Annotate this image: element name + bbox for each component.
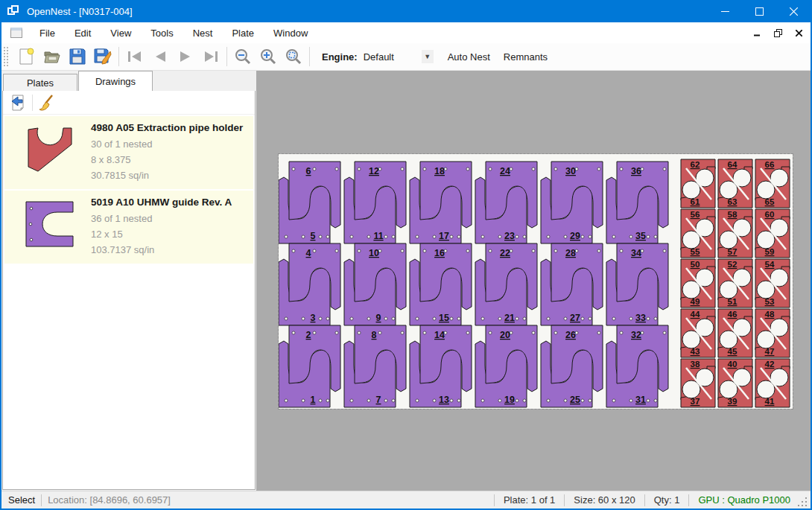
zoom-in-button[interactable] <box>256 45 281 68</box>
status-gpu: GPU : Quadro P1000 <box>695 494 793 506</box>
nest-part-number-50: 50 <box>691 260 700 269</box>
nest-canvas[interactable]: 5611121718232429303536349101516212227283… <box>256 71 811 491</box>
nest-part-number-25: 25 <box>570 395 580 405</box>
mdi-restore-button[interactable] <box>769 25 787 40</box>
nest-part-number-46: 46 <box>728 310 738 319</box>
menu-item-view[interactable]: View <box>101 24 141 42</box>
nest-part-number-12: 12 <box>369 166 379 176</box>
nest-part-number-14: 14 <box>434 330 445 340</box>
import-drawing-button[interactable] <box>7 92 30 113</box>
nest-part-number-58: 58 <box>728 210 738 219</box>
save-as-button[interactable] <box>90 45 115 68</box>
zoom-fit-icon <box>285 48 302 65</box>
nest-part-number-32: 32 <box>631 330 641 340</box>
panel-toolbar <box>3 91 255 115</box>
chevron-down-icon: ▼ <box>422 50 434 63</box>
drawing-size: 8 x 8.375 <box>91 152 243 168</box>
app-icon <box>7 5 19 17</box>
status-mode: Select <box>1 494 35 506</box>
nest-part-number-27: 27 <box>570 313 580 323</box>
engine-value: Default <box>362 51 422 63</box>
menu-item-window[interactable]: Window <box>264 24 317 42</box>
nest-part-number-62: 62 <box>691 160 700 169</box>
tab-plates[interactable]: Plates <box>3 74 77 91</box>
engine-combobox[interactable]: Default ▼ <box>362 48 434 65</box>
nest-part-number-7: 7 <box>376 395 381 405</box>
minimize-icon <box>721 7 729 16</box>
menu-item-plate[interactable]: Plate <box>222 24 264 42</box>
drawing-list-item[interactable]: 5019 A10 UHMW guide Rev. A 36 of 1 neste… <box>4 191 253 264</box>
nest-part-number-44: 44 <box>691 310 700 319</box>
open-file-button[interactable] <box>39 45 65 68</box>
status-qty: Qty: 1 <box>651 494 683 506</box>
nest-part-number-63: 63 <box>728 197 738 206</box>
nest-part-number-42: 42 <box>765 360 775 369</box>
new-file-button[interactable] <box>14 45 39 68</box>
maximize-button[interactable] <box>742 0 776 22</box>
toolbar-grip[interactable] <box>4 47 8 66</box>
nest-part-number-33: 33 <box>635 313 646 323</box>
nest-part-number-17: 17 <box>439 231 449 241</box>
menu-bar: FileEditViewToolsNestPlateWindow <box>1 22 811 43</box>
nest-part-number-57: 57 <box>728 247 738 256</box>
nav-next-button[interactable] <box>173 45 198 68</box>
nest-part-number-16: 16 <box>434 248 445 258</box>
nest-part-number-65: 65 <box>765 197 775 206</box>
nest-part-number-5: 5 <box>311 231 316 241</box>
nav-last-button[interactable] <box>198 45 223 68</box>
tab-drawings[interactable]: Drawings <box>78 71 153 91</box>
drawing-title: 4980 A05 Extraction pipe holder <box>91 122 243 133</box>
nest-part-number-40: 40 <box>728 360 738 369</box>
status-size: Size: 60 x 120 <box>571 494 638 506</box>
nav-first-button[interactable] <box>122 45 148 68</box>
nest-part-number-23: 23 <box>504 231 515 241</box>
resize-grip[interactable] <box>798 497 808 508</box>
uhmw-guide-shape <box>24 200 76 249</box>
open-file-icon <box>43 48 61 65</box>
plate[interactable]: 5611121718232429303536349101516212227283… <box>279 154 793 409</box>
nest-part-number-66: 66 <box>765 160 775 169</box>
nest-part-number-9: 9 <box>376 313 381 323</box>
remnants-button[interactable]: Remnants <box>497 47 554 67</box>
zoom-out-button[interactable] <box>230 45 256 68</box>
mdi-close-button[interactable] <box>790 25 808 40</box>
nest-part-number-1: 1 <box>311 395 316 405</box>
drawings-panel: PlatesDrawings <box>1 71 256 491</box>
close-button[interactable] <box>776 0 811 22</box>
zoom-fit-button[interactable] <box>281 45 306 68</box>
save-as-icon <box>94 48 112 65</box>
nest-part-number-45: 45 <box>728 347 738 356</box>
app-window: OpenNest - [N0317-004] FileEditViewTools… <box>0 0 812 510</box>
clean-button[interactable] <box>35 92 57 113</box>
auto-nest-button[interactable]: Auto Nest <box>441 47 497 67</box>
drawing-thumbnail <box>9 197 91 258</box>
nest-part-number-30: 30 <box>565 166 576 176</box>
main-toolbar: Engine: Default ▼ Auto Nest Remnants <box>1 43 811 71</box>
nav-prev-button[interactable] <box>148 45 173 68</box>
nest-part-number-15: 15 <box>439 313 449 323</box>
menu-item-edit[interactable]: Edit <box>65 24 101 42</box>
menu-item-nest[interactable]: Nest <box>183 24 223 42</box>
mdi-restore-icon <box>774 29 782 37</box>
drawing-area: 103.7137 sq/in <box>91 242 232 258</box>
minimize-button[interactable] <box>708 0 742 22</box>
nest-part-number-64: 64 <box>728 160 738 169</box>
drawing-list-item[interactable]: 4980 A05 Extraction pipe holder 30 of 1 … <box>4 116 253 189</box>
nest-part-number-53: 53 <box>765 297 775 306</box>
nest-part-number-34: 34 <box>631 248 641 258</box>
menu-item-tools[interactable]: Tools <box>141 24 183 42</box>
new-file-icon <box>19 48 35 66</box>
menu-item-file[interactable]: File <box>30 24 65 42</box>
maximize-icon <box>755 7 764 16</box>
document-system-icon[interactable] <box>10 28 22 38</box>
extraction-pipe-holder-shape <box>25 125 74 174</box>
mdi-minimize-button[interactable] <box>748 25 766 40</box>
nest-part-number-38: 38 <box>691 360 700 369</box>
nest-part-number-52: 52 <box>728 260 738 269</box>
nest-part-number-26: 26 <box>565 330 576 340</box>
save-icon <box>69 48 86 65</box>
status-bar: Select Location: [84.8696, 60.6957] Plat… <box>1 491 811 509</box>
drawing-nested: 36 of 1 nested <box>91 211 232 226</box>
nest-part-number-21: 21 <box>504 313 515 323</box>
save-button[interactable] <box>65 45 90 68</box>
